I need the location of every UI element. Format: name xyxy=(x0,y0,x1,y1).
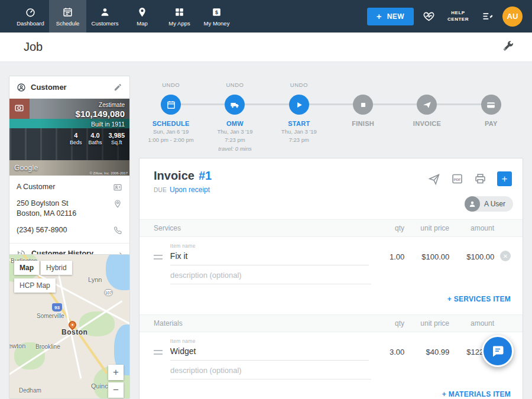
remove-item-icon[interactable]: ✕ xyxy=(500,251,511,261)
camera-icon[interactable] xyxy=(14,103,24,115)
stat-beds: 4 Beds xyxy=(70,132,82,145)
nav-item-schedule[interactable]: Schedule xyxy=(49,0,86,33)
drag-handle[interactable] xyxy=(154,350,163,357)
print-icon[interactable] xyxy=(474,173,486,185)
help-center-button[interactable]: HELP CENTER xyxy=(444,10,472,23)
customer-name-row[interactable]: A Customer xyxy=(17,182,122,192)
invoice-number[interactable]: #1 xyxy=(199,169,212,183)
material-item-name-input[interactable] xyxy=(170,344,369,361)
omw-truck-icon[interactable] xyxy=(225,95,245,115)
customer-card-header: Customer xyxy=(9,76,129,99)
user-avatar[interactable]: AU xyxy=(502,7,523,27)
stat-sqft: 3,985 Sq.ft xyxy=(108,132,125,145)
job-tools-icon[interactable] xyxy=(501,40,514,55)
invoice-send-icon[interactable] xyxy=(417,95,437,115)
new-button[interactable]: + NEW xyxy=(367,8,414,25)
finish-stop-icon[interactable] xyxy=(353,95,373,115)
property-photo: Zestimate $10,149,080 Built in 1911 4 Be… xyxy=(9,99,129,176)
step-time: 7:23 pm xyxy=(289,137,309,144)
zoom-in-button[interactable]: + xyxy=(108,365,124,380)
stat-label: Baths xyxy=(88,140,102,145)
svg-text:$: $ xyxy=(215,9,218,15)
chat-bubble-icon xyxy=(491,344,505,358)
invoice-header: Invoice #1 DUE Upon receipt PDF + xyxy=(140,158,523,219)
nav-label: My Money xyxy=(204,20,230,27)
due-value-link[interactable]: Upon receipt xyxy=(170,186,210,194)
start-play-icon[interactable] xyxy=(289,95,309,115)
hcp-map-button[interactable]: HCP Map xyxy=(14,278,56,293)
invoice-title-text: Invoice xyxy=(154,169,194,183)
step-label: INVOICE xyxy=(413,120,441,127)
add-invoice-button[interactable]: + xyxy=(497,171,512,186)
add-service-row: + SERVICES ITEM xyxy=(140,284,523,314)
col-unit-price: unit price xyxy=(404,319,449,327)
material-description-row xyxy=(140,361,523,379)
nav-item-my-money[interactable]: $ My Money xyxy=(198,0,235,33)
schedule-step-icon[interactable] xyxy=(161,95,181,115)
service-item-name-input[interactable] xyxy=(170,249,369,265)
undo-start-button[interactable]: UNDO xyxy=(290,82,308,90)
address-line2: Boston, MA 02116 xyxy=(17,209,76,218)
service-description-input[interactable] xyxy=(170,267,371,284)
svg-text:PDF: PDF xyxy=(453,177,460,181)
customers-icon xyxy=(99,7,111,18)
invoice-due: DUE Upon receipt xyxy=(154,186,511,194)
undo-schedule-button[interactable]: UNDO xyxy=(162,82,180,90)
schedule-icon xyxy=(62,7,73,18)
pay-card-icon[interactable] xyxy=(481,95,501,115)
item-name-field: Item name xyxy=(170,338,369,361)
map-label-somerville: Somerville xyxy=(37,313,64,319)
invoice-actions: PDF + xyxy=(428,171,512,186)
address-line1: 250 Boylston St xyxy=(17,199,69,207)
compose-list-icon[interactable] xyxy=(481,10,494,22)
zestimate-price: $10,149,080 xyxy=(70,109,125,119)
col-qty: qty xyxy=(369,224,404,232)
item-numbers: 1.00 $100.00 $100.00 xyxy=(369,252,494,261)
item-qty[interactable]: 1.00 xyxy=(369,252,404,261)
edit-customer-pencil-icon[interactable] xyxy=(113,83,122,92)
map-road xyxy=(56,262,82,378)
item-unit-price[interactable]: $40.99 xyxy=(404,348,449,356)
apps-grid-icon xyxy=(174,7,185,18)
map-view-button[interactable]: Map xyxy=(14,261,39,275)
dashboard-icon xyxy=(25,7,36,18)
customer-phone-row[interactable]: (234) 567-8900 xyxy=(17,225,122,235)
assignee-chip[interactable]: A User xyxy=(465,196,513,212)
item-name-label: Item name xyxy=(170,338,369,344)
pdf-icon[interactable]: PDF xyxy=(451,173,463,185)
map-label-brookline: Brookline xyxy=(35,343,60,350)
hybrid-view-button[interactable]: Hybrid xyxy=(41,261,72,275)
assignee-name: A User xyxy=(484,200,505,208)
col-qty: qty xyxy=(369,319,404,327)
nav-item-customers[interactable]: Customers xyxy=(86,0,124,33)
step-label: OMW xyxy=(226,120,244,127)
customer-address-row[interactable]: 250 Boylston St Boston, MA 02116 xyxy=(17,199,122,219)
add-materials-item-link[interactable]: + MATERIALS ITEM xyxy=(442,390,511,398)
item-unit-price[interactable]: $100.00 xyxy=(404,252,449,261)
col-amount: amount xyxy=(449,224,494,232)
app-root: Dashboard Schedule Customers Map xyxy=(0,0,532,399)
nav-item-dashboard[interactable]: Dashboard xyxy=(12,0,49,33)
material-description-input[interactable] xyxy=(170,362,371,379)
item-qty[interactable]: 3.00 xyxy=(369,348,404,356)
heart-health-icon[interactable] xyxy=(423,10,435,22)
material-line-item: Item name 3.00 $40.99 $122.97 xyxy=(140,332,523,361)
stat-label: Beds xyxy=(70,140,82,145)
send-invoice-icon[interactable] xyxy=(428,173,440,185)
drag-handle[interactable] xyxy=(154,255,163,262)
primary-nav: Dashboard Schedule Customers Map xyxy=(0,0,235,33)
map-label-lynn: Lynn xyxy=(88,276,102,283)
section-name: Services xyxy=(154,224,181,232)
map-water xyxy=(106,254,130,290)
new-button-label: NEW xyxy=(387,12,404,21)
zoom-out-button[interactable]: − xyxy=(108,382,124,398)
section-columns: qty unit price amount xyxy=(369,319,511,327)
nav-item-my-apps[interactable]: My Apps xyxy=(161,0,198,33)
zestimate-built: Built in 1911 xyxy=(70,121,125,128)
due-label: DUE xyxy=(154,187,167,193)
nav-item-map[interactable]: Map xyxy=(124,0,161,33)
add-services-item-link[interactable]: + SERVICES ITEM xyxy=(447,295,511,303)
undo-omw-button[interactable]: UNDO xyxy=(226,82,244,90)
chat-support-button[interactable] xyxy=(482,335,514,367)
item-name-field: Item name xyxy=(170,243,369,265)
